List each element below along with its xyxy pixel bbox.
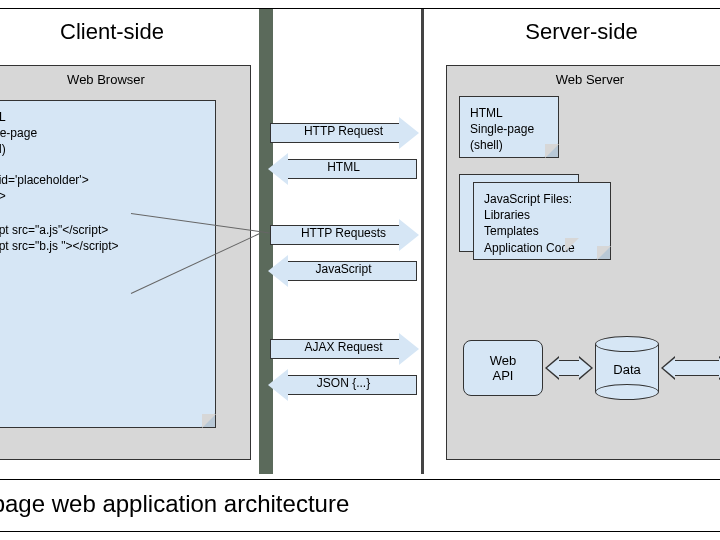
web-browser-title: Web Browser bbox=[0, 66, 250, 91]
arrow-ajax-request: AJAX Request bbox=[266, 333, 421, 365]
placeholder-div-close: </div> bbox=[0, 188, 205, 204]
client-title: Client-side bbox=[0, 9, 263, 51]
server-side-column: Server-side Web Server HTML Single-page … bbox=[421, 9, 720, 474]
arrows-column: HTTP Request HTML HTTP Requests JavaScri… bbox=[266, 9, 421, 474]
arrow-label: HTTP Request bbox=[266, 124, 421, 138]
diagram-frame: Client-side Web Browser HTML Single-page… bbox=[0, 8, 720, 532]
arrow-label: JavaScript bbox=[266, 262, 421, 276]
arrow-http-request: HTTP Request bbox=[266, 117, 421, 149]
data-label: Data bbox=[595, 362, 659, 377]
web-browser-panel: Web Browser HTML Single-page (shell) <di… bbox=[0, 65, 251, 460]
data-cylinder: Data bbox=[595, 336, 659, 400]
arrow-group-ajax: AJAX Request JSON {...} bbox=[266, 329, 421, 405]
html-shell-note: HTML Single-page (shell) <div id='placeh… bbox=[0, 100, 216, 428]
server-html-note: HTML Single-page (shell) bbox=[459, 96, 559, 158]
arrow-javascript: JavaScript bbox=[266, 255, 421, 287]
arrow-label: AJAX Request bbox=[266, 340, 421, 354]
web-server-panel: Web Server HTML Single-page (shell) Java… bbox=[446, 65, 720, 460]
shell-header: HTML Single-page (shell) bbox=[0, 109, 205, 158]
arrow-label: HTTP Requests bbox=[266, 226, 421, 240]
arrow-http-requests: HTTP Requests bbox=[266, 219, 421, 251]
arrow-group-js: HTTP Requests JavaScript bbox=[266, 215, 421, 291]
web-server-title: Web Server bbox=[447, 66, 720, 91]
script-tag-b: <script src="b.js "></script> bbox=[0, 238, 205, 254]
dbl-arrow-data-d bbox=[661, 356, 720, 380]
js-files-note: JavaScript Files: Libraries Templates Ap… bbox=[473, 182, 611, 260]
web-api-box: Web API bbox=[463, 340, 543, 396]
columns: Client-side Web Browser HTML Single-page… bbox=[0, 9, 720, 474]
arrow-label: HTML bbox=[266, 160, 421, 174]
diagram-caption: le-page web application architecture bbox=[0, 479, 720, 531]
dbl-arrow-api-data bbox=[545, 356, 593, 380]
arrow-label: JSON {...} bbox=[266, 376, 421, 390]
client-side-column: Client-side Web Browser HTML Single-page… bbox=[0, 9, 266, 474]
arrow-group-html: HTTP Request HTML bbox=[266, 113, 421, 189]
arrow-json: JSON {...} bbox=[266, 369, 421, 401]
placeholder-div-open: <div id='placeholder'> bbox=[0, 172, 205, 188]
arrow-html: HTML bbox=[266, 153, 421, 185]
script-tag-a: <script src="a.js"</script> bbox=[0, 222, 205, 238]
server-title: Server-side bbox=[424, 9, 720, 51]
